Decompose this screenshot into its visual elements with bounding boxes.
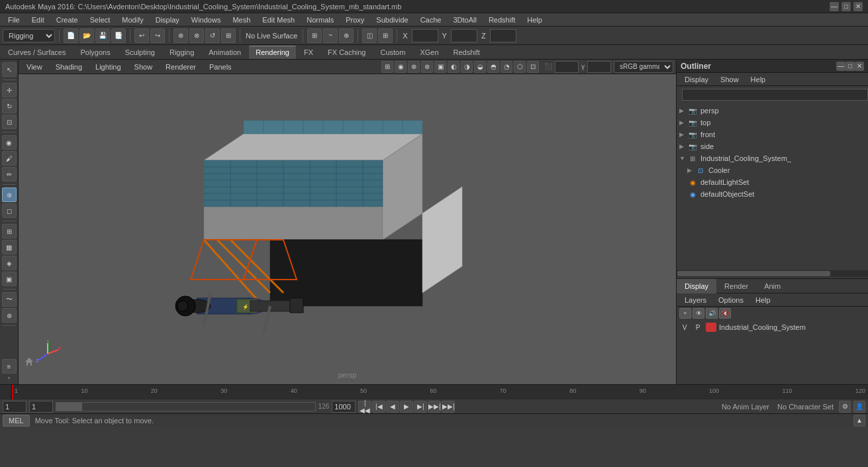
help-menu[interactable]: Help <box>750 295 776 305</box>
menu-proxy[interactable]: Proxy <box>340 15 369 25</box>
outliner-item-persp[interactable]: ▶ 📷 persp <box>677 105 868 117</box>
snap-point-button[interactable]: ⊕ <box>339 28 354 43</box>
soft-select-btn[interactable]: ◉ <box>2 135 17 150</box>
char-button[interactable]: 👤 <box>853 401 865 413</box>
vp-btn-1[interactable]: ⊞ <box>381 61 393 73</box>
paint-btn[interactable]: 🖌 <box>2 151 17 166</box>
cv-curve-btn[interactable]: 〜 <box>2 292 17 307</box>
outliner-item-cooler[interactable]: ▶ ⊡ Cooler <box>677 164 868 176</box>
close-button[interactable]: ✕ <box>853 2 863 11</box>
outliner-hscrollbar[interactable] <box>677 270 868 277</box>
menu-3dtoall[interactable]: 3DtoAll <box>448 15 481 25</box>
vp-btn-9[interactable]: ◓ <box>487 61 499 73</box>
display-tab-anim[interactable]: Anim <box>756 279 789 293</box>
outliner-close[interactable]: ✕ <box>855 62 864 71</box>
outliner-item-front[interactable]: ▶ 📷 front <box>677 129 868 140</box>
rotate-tool-btn[interactable]: ↻ <box>2 99 17 113</box>
outliner-maximize[interactable]: □ <box>845 62 855 71</box>
menu-file[interactable]: File <box>3 15 25 25</box>
vp-btn-7[interactable]: ◑ <box>461 61 473 73</box>
tab-rendering[interactable]: Rendering <box>249 46 296 59</box>
tab-redshift[interactable]: Redshift <box>447 46 487 59</box>
outliner-menu-show[interactable]: Show <box>715 74 744 85</box>
tab-custom[interactable]: Custom <box>374 46 412 59</box>
prev-key-button[interactable]: |◀ <box>372 401 385 413</box>
bevel-btn[interactable]: ◈ <box>2 256 17 270</box>
extrude-btn[interactable]: ▣ <box>2 272 17 286</box>
vp-btn-2[interactable]: ◉ <box>395 61 407 73</box>
panels-menu[interactable]: Panels <box>204 62 237 72</box>
transform-tool-button[interactable]: ⊗ <box>189 28 204 43</box>
go-end-button[interactable]: ▶▶| <box>442 401 455 413</box>
tab-fx-caching[interactable]: FX Caching <box>321 46 372 59</box>
outliner-item-side[interactable]: ▶ 📷 side <box>677 140 868 152</box>
play-forward-button[interactable]: ▶ <box>400 401 413 413</box>
tab-fx[interactable]: FX <box>297 46 320 59</box>
layer-v-toggle[interactable]: V <box>679 322 690 333</box>
layers-menu[interactable]: Layers <box>679 295 712 305</box>
scale-tool-button[interactable]: ⊞ <box>221 28 236 43</box>
sculpt-btn[interactable]: ✏ <box>2 167 17 182</box>
go-start-button[interactable]: |◀◀ <box>358 401 371 413</box>
maximize-button[interactable]: □ <box>842 2 851 11</box>
outliner-item-lightset[interactable]: ◉ defaultLightSet <box>677 176 868 188</box>
save-file-button[interactable]: 💾 <box>95 28 110 43</box>
layer-lock-btn[interactable]: 🔊 <box>706 308 718 319</box>
show-manip-btn[interactable]: ⊕ <box>2 187 17 202</box>
redo-button[interactable]: ↪ <box>150 28 165 43</box>
current-frame-input[interactable]: 1 <box>3 401 26 413</box>
minimize-button[interactable]: — <box>830 2 839 11</box>
z-input[interactable] <box>490 29 516 42</box>
menu-cache[interactable]: Cache <box>415 15 447 25</box>
outliner-item-objectset[interactable]: ◉ defaultObjectSet <box>677 188 868 200</box>
outliner-menu-display[interactable]: Display <box>679 74 714 85</box>
tab-sculpting[interactable]: Sculpting <box>119 46 162 59</box>
layer-color-swatch[interactable] <box>706 323 716 332</box>
menu-create[interactable]: Create <box>51 15 83 25</box>
menu-display[interactable]: Display <box>150 15 185 25</box>
snap-curve-button[interactable]: ~ <box>323 28 338 43</box>
show-menu[interactable]: Show <box>129 62 158 72</box>
vp-btn-4[interactable]: ⊗ <box>421 61 433 73</box>
outliner-item-top[interactable]: ▶ 📷 top <box>677 117 868 129</box>
tab-xgen[interactable]: XGen <box>413 46 445 59</box>
shading-menu[interactable]: Shading <box>50 62 87 72</box>
exposure-input[interactable]: 0.00 <box>555 61 579 73</box>
scale-tool-btn[interactable]: ⊡ <box>2 115 17 129</box>
viewport-3d[interactable]: ⚡ X Y <box>19 74 676 384</box>
home-icon[interactable] <box>24 356 34 368</box>
tab-rigging[interactable]: Rigging <box>163 46 201 59</box>
menu-normals[interactable]: Normals <box>301 15 339 25</box>
layer-btn[interactable]: ≡ <box>2 359 17 374</box>
outliner-search-input[interactable] <box>682 89 868 101</box>
menu-subdivide[interactable]: Subdivide <box>371 15 413 25</box>
select-tool-button[interactable]: ⊕ <box>173 28 188 43</box>
next-frame-button[interactable]: ▶| <box>414 401 427 413</box>
lighting-menu[interactable]: Lighting <box>90 62 126 72</box>
joint-btn[interactable]: ⊗ <box>2 308 17 323</box>
menu-windows[interactable]: Windows <box>186 15 226 25</box>
rotate-tool-button[interactable]: ↺ <box>205 28 220 43</box>
display-tab-display[interactable]: Display <box>677 279 716 293</box>
tab-curves-surfaces[interactable]: Curves / Surfaces <box>1 46 72 59</box>
vp-btn-5[interactable]: ▣ <box>434 61 446 73</box>
layer-vis-btn[interactable]: 👁 <box>693 308 704 319</box>
range-end-input[interactable]: 1000 <box>332 401 356 413</box>
vp-btn-8[interactable]: ◒ <box>474 61 486 73</box>
outliner-item-cooling-system[interactable]: ▼ ⊞ Industrial_Cooling_System_ <box>677 152 868 164</box>
menu-mesh[interactable]: Mesh <box>227 15 256 25</box>
timeline-track[interactable]: 1 10 20 30 40 50 60 70 80 90 100 110 120 <box>12 385 868 399</box>
range-start-input[interactable]: 1 <box>29 401 53 413</box>
outliner-menu-help[interactable]: Help <box>746 74 771 85</box>
open-file-button[interactable]: 📂 <box>79 28 94 43</box>
gamma-mode-dropdown[interactable]: sRGB gamma <box>614 61 673 73</box>
options-menu[interactable]: Options <box>713 295 749 305</box>
view1-button[interactable]: ◫ <box>362 28 377 43</box>
y-input[interactable] <box>451 29 477 42</box>
hide-btn[interactable]: ◻ <box>2 203 17 218</box>
menu-help[interactable]: Help <box>522 15 548 25</box>
next-key-button[interactable]: ▶▶| <box>428 401 441 413</box>
view2-button[interactable]: ⊞ <box>378 28 393 43</box>
script-expand-button[interactable]: ▲ <box>853 415 865 427</box>
layer-p-toggle[interactable]: P <box>693 322 703 333</box>
